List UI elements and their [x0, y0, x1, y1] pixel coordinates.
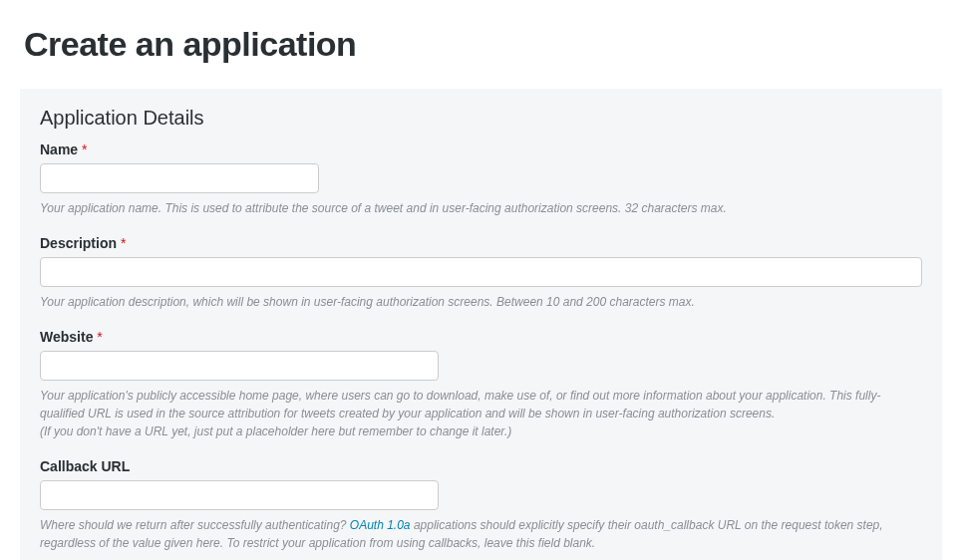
page-title: Create an application	[24, 25, 962, 64]
oauth-link[interactable]: OAuth 1.0a	[350, 518, 411, 532]
callback-help-before: Where should we return after successfull…	[40, 518, 350, 532]
name-label-text: Name	[40, 141, 78, 157]
callback-help-text: Where should we return after successfull…	[40, 516, 922, 552]
website-help-line2: (If you don't have a URL yet, just put a…	[40, 424, 511, 438]
website-help-line1: Your application's publicly accessible h…	[40, 389, 880, 420]
website-label: Website *	[40, 329, 922, 345]
website-input[interactable]	[40, 351, 439, 381]
callback-label: Callback URL	[40, 458, 922, 474]
name-label: Name *	[40, 141, 922, 157]
callback-field-group: Callback URL Where should we return afte…	[40, 458, 922, 552]
callback-input[interactable]	[40, 480, 439, 510]
required-marker: *	[82, 141, 87, 157]
description-input[interactable]	[40, 257, 922, 287]
name-help-text: Your application name. This is used to a…	[40, 199, 922, 217]
website-field-group: Website * Your application's publicly ac…	[40, 329, 922, 440]
name-input[interactable]	[40, 163, 319, 193]
application-details-panel: Application Details Name * Your applicat…	[20, 89, 942, 560]
description-help-text: Your application description, which will…	[40, 293, 922, 311]
callback-label-text: Callback URL	[40, 458, 130, 474]
required-marker: *	[121, 235, 126, 251]
description-label-text: Description	[40, 235, 117, 251]
description-field-group: Description * Your application descripti…	[40, 235, 922, 311]
name-field-group: Name * Your application name. This is us…	[40, 141, 922, 217]
required-marker: *	[97, 329, 102, 345]
description-label: Description *	[40, 235, 922, 251]
section-heading: Application Details	[40, 107, 922, 130]
website-help-text: Your application's publicly accessible h…	[40, 387, 922, 440]
website-label-text: Website	[40, 329, 93, 345]
